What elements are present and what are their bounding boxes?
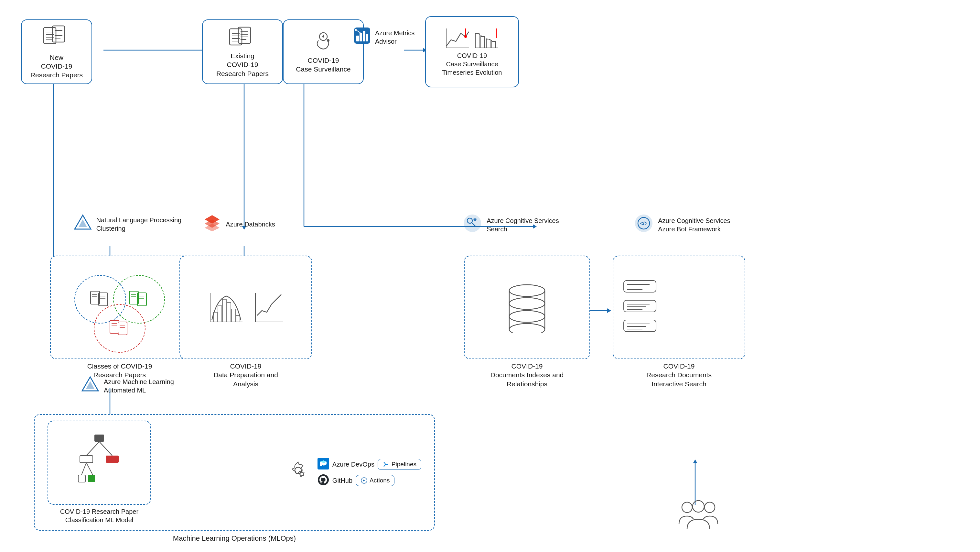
svg-rect-138 (106, 456, 119, 463)
svg-rect-26 (44, 27, 56, 44)
svg-point-144 (300, 472, 303, 475)
timeseries-node: COVID-19 Case Surveillance Timeseries Ev… (423, 16, 520, 87)
case-surveillance-icon (312, 30, 335, 54)
doc-index-icon (504, 281, 550, 334)
svg-text:</>: </> (640, 221, 648, 226)
nlp-label: Natural Language ProcessingClustering (96, 216, 182, 233)
svg-rect-137 (80, 456, 93, 463)
data-prep-node: COVID-19Data Preparation andAnalysis (178, 255, 313, 388)
users-node (666, 498, 731, 532)
doc-index-node: COVID-19Documents Indexes andRelationshi… (462, 255, 592, 388)
existing-papers-icon (228, 26, 257, 49)
svg-rect-126 (624, 300, 656, 312)
ml-model-icon (76, 433, 122, 493)
svg-rect-54 (366, 34, 368, 41)
svg-rect-141 (78, 475, 85, 482)
svg-rect-51 (356, 35, 359, 41)
svg-point-148 (682, 502, 692, 512)
users-icon (676, 498, 721, 532)
svg-point-118 (509, 311, 545, 322)
new-papers-label: New COVID-19 Research Papers (30, 53, 83, 80)
cognitive-bot-node: </> Azure Cognitive ServicesAzure Bot Fr… (614, 214, 750, 234)
svg-rect-64 (492, 41, 496, 48)
aml-icon (81, 375, 99, 394)
svg-point-149 (692, 501, 704, 512)
svg-rect-36 (229, 29, 242, 45)
aml-label: Azure Machine LearningAutomated ML (104, 378, 174, 394)
svg-point-112 (509, 285, 545, 297)
new-papers-node: New COVID-19 Research Papers (19, 19, 94, 84)
svg-rect-134 (94, 434, 104, 442)
svg-line-135 (86, 442, 99, 456)
case-surveillance-label: COVID-19 Case Surveillance (296, 56, 350, 74)
ml-model-label: COVID-19 Research PaperClassification ML… (60, 507, 138, 524)
svg-rect-63 (486, 39, 490, 48)
cognitive-bot-label: Azure Cognitive ServicesAzure Bot Framew… (658, 217, 730, 233)
aml-node: Azure Machine LearningAutomated ML (71, 375, 184, 394)
svg-rect-52 (360, 33, 362, 41)
metrics-advisor-label: Azure Metrics Advisor (375, 29, 423, 46)
svg-point-48 (327, 39, 329, 42)
svg-rect-61 (475, 34, 479, 48)
azure-devops-label: Azure DevOps (332, 461, 374, 468)
svg-marker-21 (607, 308, 611, 313)
nlp-node: Natural Language ProcessingClustering (71, 214, 184, 233)
svg-rect-62 (481, 37, 485, 48)
github-icon (318, 474, 329, 487)
data-prep-icon (207, 290, 285, 325)
cognitive-search-node: Azure Cognitive ServicesSearch (449, 214, 572, 234)
svg-line-140 (86, 463, 93, 475)
new-papers-icon (42, 24, 71, 51)
svg-point-115 (509, 298, 545, 310)
svg-marker-23 (693, 459, 697, 463)
svg-rect-85 (99, 293, 108, 306)
svg-point-56 (355, 29, 356, 31)
svg-rect-142 (88, 475, 95, 482)
nlp-icon (74, 214, 92, 233)
existing-papers-label: Existing COVID-19 Research Papers (216, 51, 269, 78)
classes-node: Classes of COVID-19Research Papers (48, 255, 191, 380)
svg-rect-105 (218, 306, 222, 322)
actions-badge[interactable]: Actions (356, 475, 395, 486)
svg-rect-107 (227, 303, 231, 322)
interactive-search-label: COVID-19Research DocumentsInteractive Se… (646, 362, 712, 388)
svg-rect-88 (129, 291, 138, 304)
svg-rect-109 (236, 316, 240, 322)
databricks-node: Azure Databricks (188, 214, 291, 233)
databricks-icon (204, 214, 221, 233)
interactive-search-node: COVID-19Research DocumentsInteractive Se… (611, 255, 747, 388)
cognitive-search-label: Azure Cognitive ServicesSearch (487, 217, 559, 233)
cognitive-bot-icon: </> (634, 214, 654, 234)
svg-rect-41 (238, 27, 251, 43)
svg-line-139 (81, 463, 86, 475)
data-prep-label: COVID-19Data Preparation andAnalysis (213, 362, 278, 388)
timeseries-label: COVID-19 Case Surveillance Timeseries Ev… (442, 51, 502, 77)
diagram-container: New COVID-19 Research Papers Exi (0, 0, 980, 552)
metrics-advisor-icon (352, 26, 372, 46)
svg-rect-97 (118, 322, 127, 335)
azure-devops-icon (318, 458, 329, 471)
classes-icon (68, 272, 171, 343)
svg-rect-108 (232, 309, 235, 322)
pipelines-label: Pipelines (391, 461, 417, 468)
svg-rect-130 (624, 320, 656, 332)
metrics-advisor-node: Azure Metrics Advisor (352, 26, 423, 46)
chat-icon-1 (623, 280, 665, 296)
timeseries-icon (445, 27, 500, 49)
mlops-container: COVID-19 Research PaperClassification ML… (32, 414, 436, 543)
chat-icon-2 (623, 300, 665, 316)
svg-rect-82 (91, 291, 100, 304)
svg-point-121 (509, 324, 545, 333)
mlops-gear-icon (286, 459, 312, 486)
svg-rect-91 (137, 293, 146, 306)
databricks-label: Azure Databricks (226, 220, 275, 228)
svg-rect-122 (624, 281, 656, 292)
svg-point-49 (322, 35, 324, 38)
svg-line-136 (99, 442, 112, 456)
existing-papers-node: Existing COVID-19 Research Papers (200, 19, 285, 84)
svg-rect-31 (52, 26, 65, 42)
pipelines-badge[interactable]: Pipelines (378, 459, 421, 470)
actions-label: Actions (369, 477, 390, 484)
svg-point-150 (705, 502, 715, 512)
mlops-label: Machine Learning Operations (MLOps) (173, 534, 296, 543)
